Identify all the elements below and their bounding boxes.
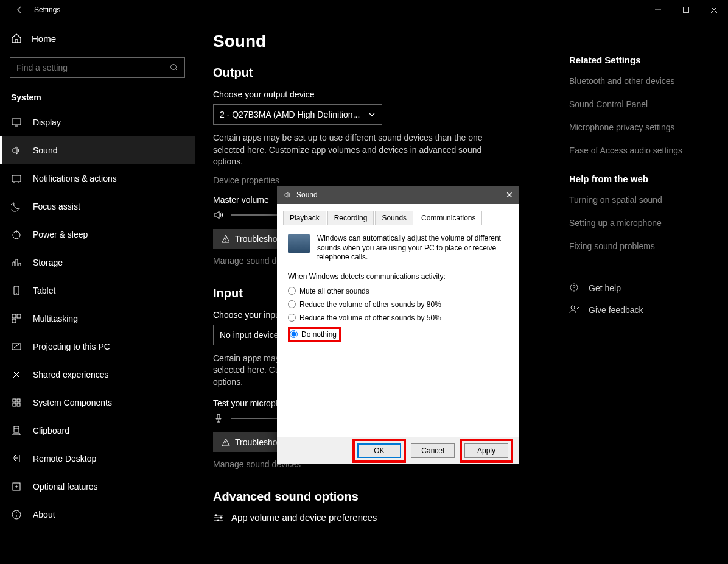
input-device-dropdown[interactable]: No input device [213,325,286,345]
help-web-heading: Help from the web [569,174,715,184]
nav-item-tablet[interactable]: Tablet [0,277,195,305]
warning-icon [222,234,230,243]
radio-label: Reduce the volume of other sounds by 50% [299,314,441,322]
nav-item-remote-desktop[interactable]: Remote Desktop [0,445,195,473]
feedback-icon [569,305,580,315]
get-help-link[interactable]: Get help [569,283,715,294]
help-icon [569,283,580,294]
nav-icon [11,397,22,408]
nav-label: Display [33,118,61,127]
nav-icon [11,481,22,492]
group-system: System [0,84,195,108]
home-link[interactable]: Home [0,26,195,51]
arrow-left-icon [15,5,24,14]
search-input[interactable] [16,63,170,72]
radio-input[interactable] [290,330,298,338]
related-link[interactable]: Sound Control Panel [569,99,715,109]
nav-icon [11,145,22,156]
output-device-value: 2 - Q27B3MA (AMD High Definition... [220,110,360,119]
nav-item-system-components[interactable]: System Components [0,389,195,417]
nav-label: Tablet [33,286,55,295]
nav-item-optional-features[interactable]: Optional features [0,473,195,501]
nav-label: System Components [33,398,112,407]
radio-input[interactable] [288,314,296,322]
radio-option[interactable]: Mute all other sounds [288,287,508,295]
advanced-heading: Advanced sound options [213,490,710,504]
warning-icon [222,438,230,446]
radio-input[interactable] [288,287,296,295]
related-link[interactable]: Ease of Access audio settings [569,146,715,155]
window-title: Settings [34,5,60,14]
help-link[interactable]: Fixing sound problems [569,241,715,251]
sliders-icon [213,512,224,523]
svg-rect-7 [17,314,21,318]
related-link[interactable]: Bluetooth and other devices [569,76,715,86]
nav-item-about[interactable]: About [0,501,195,529]
nav-item-shared-experiences[interactable]: Shared experiences [0,361,195,389]
radio-input[interactable] [288,300,296,308]
nav-icon [11,229,22,240]
svg-rect-9 [12,344,21,350]
tab-playback[interactable]: Playback [283,211,326,225]
dialog-close-button[interactable]: ✕ [506,190,513,200]
sound-dialog-icon [283,191,292,199]
nav-icon [11,341,22,352]
nav-icon [11,425,22,436]
nav-label: Remote Desktop [33,454,96,464]
feedback-link[interactable]: Give feedback [569,305,715,315]
search-box[interactable] [10,57,185,78]
svg-rect-0 [684,7,689,13]
tab-sounds[interactable]: Sounds [375,211,413,225]
nav-label: Optional features [33,482,98,492]
related-link[interactable]: Microphone privacy settings [569,122,715,132]
svg-rect-2 [12,119,21,125]
back-button[interactable] [10,0,29,19]
dialog-tabs: PlaybackRecordingSoundsCommunications [281,210,516,225]
output-device-dropdown[interactable]: 2 - Q27B3MA (AMD High Definition... [213,104,382,125]
home-label: Home [32,33,56,44]
radio-option[interactable]: Reduce the volume of other sounds by 50% [288,314,508,322]
ok-highlight: OK [352,439,406,463]
radio-option[interactable]: Do nothing [288,327,341,342]
nav-item-notifications-actions[interactable]: Notifications & actions [0,164,195,192]
app-volume-link[interactable]: App volume and device preferences [231,512,377,523]
nav-icon [11,313,22,324]
nav-icon [11,453,22,464]
page-title: Sound [213,32,710,51]
tab-recording[interactable]: Recording [327,211,374,225]
nav-icon [11,509,22,520]
phone-icon [288,234,310,253]
cancel-button[interactable]: Cancel [411,443,455,458]
nav-label: Sound [33,146,57,155]
nav-item-sound[interactable]: Sound [0,136,195,164]
ok-button[interactable]: OK [357,443,401,458]
nav-item-display[interactable]: Display [0,108,195,136]
dialog-titlebar: Sound ✕ [277,186,519,204]
nav-item-projecting-to-this-pc[interactable]: Projecting to this PC [0,333,195,361]
nav-item-multitasking[interactable]: Multitasking [0,305,195,333]
radio-option[interactable]: Reduce the volume of other sounds by 80% [288,300,508,309]
minimize-button[interactable] [644,0,672,19]
maximize-button[interactable] [672,0,700,19]
help-link[interactable]: Setting up a microphone [569,218,715,228]
nav-item-focus-assist[interactable]: Focus assist [0,192,195,220]
svg-point-20 [217,519,219,521]
nav-icon [11,285,22,296]
input-device-value: No input device [220,330,279,340]
nav-item-power-sleep[interactable]: Power & sleep [0,220,195,249]
nav-label: Storage [33,258,63,267]
apply-button[interactable]: Apply [464,443,508,458]
sound-dialog: Sound ✕ PlaybackRecordingSoundsCommunica… [277,186,519,464]
nav-label: Multitasking [33,314,78,323]
svg-point-18 [215,514,217,516]
tab-communications[interactable]: Communications [415,211,482,225]
search-icon [170,63,178,72]
nav-icon [11,117,22,128]
nav-item-clipboard[interactable]: Clipboard [0,417,195,445]
svg-rect-12 [13,403,16,406]
svg-rect-11 [17,399,20,402]
close-button[interactable] [700,0,728,19]
nav-label: Focus assist [33,202,80,211]
nav-item-storage[interactable]: Storage [0,249,195,277]
help-link[interactable]: Turning on spatial sound [569,195,715,205]
